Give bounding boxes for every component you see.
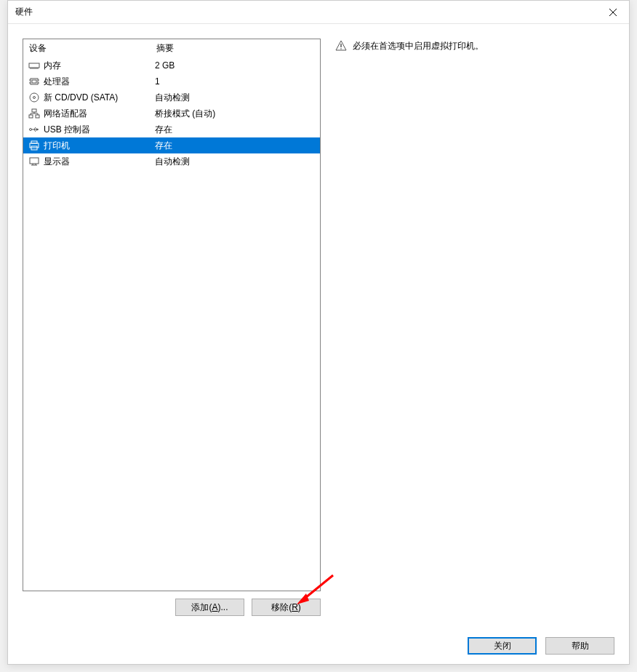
memory-icon [28,60,41,71]
dialog-body: 设备 摘要 内存 2 GB 处理器 1 新 CD/DVD (SATA) 自动检测 [8,24,629,628]
close-dialog-button[interactable]: 关闭 [468,637,537,655]
device-name: 打印机 [44,140,155,152]
warning-text: 必须在首选项中启用虚拟打印机。 [353,40,484,52]
warning-icon [335,40,347,52]
device-row-network[interactable]: 网络适配器 桥接模式 (自动) [23,105,320,121]
svg-rect-17 [32,109,36,112]
network-icon [28,108,41,119]
cpu-icon [28,76,41,87]
disc-icon [28,92,41,103]
device-summary: 存在 [155,140,316,152]
left-panel: 设备 摘要 内存 2 GB 处理器 1 新 CD/DVD (SATA) 自动检测 [23,39,321,620]
remove-button[interactable]: 移除(R) [252,599,321,616]
dialog-footer: 关闭 帮助 [8,628,629,664]
device-name: 显示器 [44,156,155,168]
device-name: 处理器 [44,76,155,88]
svg-point-15 [30,93,39,102]
svg-point-16 [33,97,36,99]
device-summary: 自动检测 [155,92,316,104]
device-summary: 1 [155,76,316,87]
device-summary: 自动检测 [155,156,316,168]
usb-icon [28,124,41,135]
svg-rect-32 [30,158,39,164]
device-buttons: 添加(A)... 移除(R) [23,599,321,616]
hardware-dialog: 硬件 设备 摘要 内存 2 GB 处理器 1 [7,0,630,665]
device-list: 设备 摘要 内存 2 GB 处理器 1 新 CD/DVD (SATA) 自动检测 [23,39,321,591]
device-row-usb[interactable]: USB 控制器 存在 [23,121,320,137]
device-name: USB 控制器 [44,124,155,136]
device-name: 网络适配器 [44,108,155,120]
titlebar: 硬件 [8,1,629,24]
svg-point-38 [340,48,342,49]
warning-message: 必须在首选项中启用虚拟打印机。 [335,40,614,52]
device-list-header: 设备 摘要 [23,39,320,57]
header-summary: 摘要 [156,42,314,55]
printer-icon [28,140,41,151]
device-row-printer[interactable]: 打印机 存在 [23,137,320,153]
svg-rect-19 [36,115,39,118]
svg-rect-2 [29,63,39,68]
right-panel: 必须在首选项中启用虚拟打印机。 [321,39,614,620]
device-name: 内存 [44,60,155,72]
device-row-cpu[interactable]: 处理器 1 [23,73,320,89]
close-icon [609,9,617,16]
device-summary: 2 GB [155,60,316,71]
device-row-cddvd[interactable]: 新 CD/DVD (SATA) 自动检测 [23,89,320,105]
svg-marker-28 [36,128,39,131]
monitor-icon [28,156,41,167]
device-summary: 存在 [155,124,316,136]
device-name: 新 CD/DVD (SATA) [44,92,155,104]
add-button[interactable]: 添加(A)... [175,599,244,616]
device-row-memory[interactable]: 内存 2 GB [23,57,320,73]
close-button[interactable] [596,1,629,23]
svg-rect-10 [32,80,36,83]
device-summary: 桥接模式 (自动) [155,108,316,120]
device-row-monitor[interactable]: 显示器 自动检测 [23,153,320,169]
dialog-title: 硬件 [15,6,33,18]
help-button[interactable]: 帮助 [545,637,614,655]
header-device: 设备 [29,42,156,55]
svg-rect-18 [29,115,33,118]
